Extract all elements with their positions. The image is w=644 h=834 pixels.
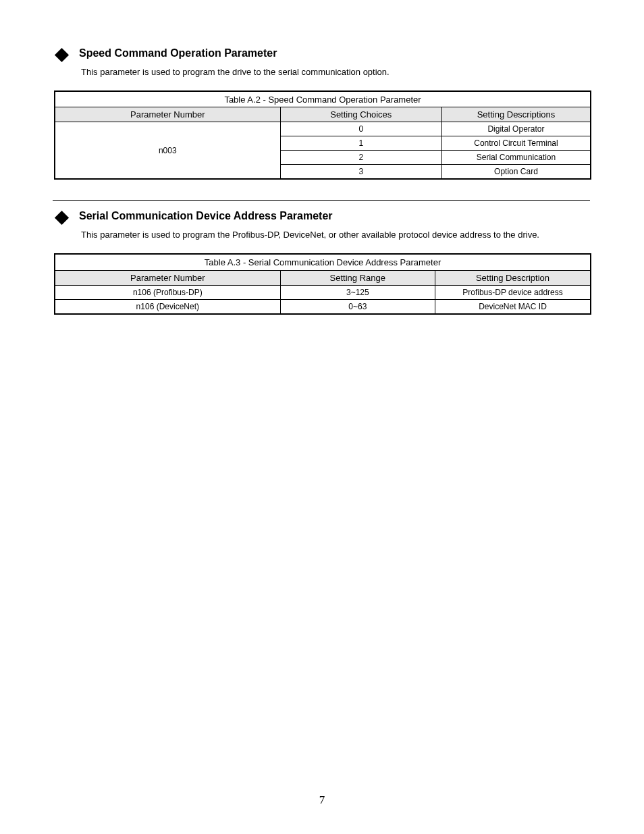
table-header-cell: Setting Choices [280,107,441,122]
section-header: Speed Command Operation Parameter [53,47,591,60]
table-cell: Profibus-DP device address [435,285,591,299]
table-cell: 0~63 [280,299,435,314]
table-row: n003 0 Digital Operator [55,122,591,136]
table-header-cell: Parameter Number [55,270,280,285]
table-header-row: Parameter Number Setting Range Setting D… [55,270,591,285]
diamond-icon [55,211,69,225]
table-cell: Option Card [441,165,591,180]
section-serial-comm: Serial Communication Device Address Para… [53,210,591,314]
table-cell: DeviceNet MAC ID [435,299,591,314]
table-cell: 0 [280,122,441,136]
section-speed-command: Speed Command Operation Parameter This p… [53,47,591,180]
section-header: Serial Communication Device Address Para… [53,210,591,223]
table-cell-param: n003 [55,122,280,180]
table-cell: 2 [280,151,441,165]
page-number: 7 [0,793,644,807]
section-divider [53,200,590,201]
table-a2: Table A.2 - Speed Command Operation Para… [54,90,591,180]
section-description: This parameter is used to program the Pr… [81,230,591,241]
section-title: Serial Communication Device Address Para… [79,210,333,222]
table-caption-row: Table A.2 - Speed Command Operation Para… [55,91,591,107]
table-a3: Table A.3 - Serial Communication Device … [54,253,591,315]
table-header-cell: Setting Description [435,270,591,285]
table-cell: Serial Communication [441,151,591,165]
table-row: n106 (Profibus-DP) 3~125 Profibus-DP dev… [55,285,591,299]
section-description: This parameter is used to program the dr… [81,67,591,78]
table-header-row: Parameter Number Setting Choices Setting… [55,107,591,122]
table-cell: 3 [280,165,441,180]
table-header-cell: Setting Range [280,270,435,285]
table-row: n106 (DeviceNet) 0~63 DeviceNet MAC ID [55,299,591,314]
table-header-cell: Parameter Number [55,107,280,122]
table-header-cell: Setting Descriptions [441,107,591,122]
table-caption: Table A.2 - Speed Command Operation Para… [55,91,591,107]
section-title: Speed Command Operation Parameter [79,47,277,59]
table-cell: Control Circuit Terminal [441,136,591,151]
table-cell: 1 [280,136,441,151]
table-caption: Table A.3 - Serial Communication Device … [55,254,591,270]
diamond-icon [55,48,69,62]
table-caption-row: Table A.3 - Serial Communication Device … [55,254,591,270]
table-cell: n106 (Profibus-DP) [55,285,280,299]
table-cell: 3~125 [280,285,435,299]
table-cell: n106 (DeviceNet) [55,299,280,314]
table-cell: Digital Operator [441,122,591,136]
